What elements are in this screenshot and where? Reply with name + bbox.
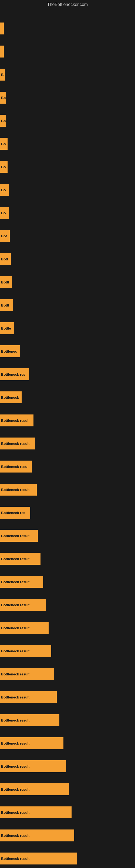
- bar-label-31: Bottleneck result: [1, 741, 30, 745]
- bar-row-2: B: [0, 64, 135, 86]
- bar-row-1: [0, 41, 135, 62]
- bar-label-8: Bo: [1, 211, 6, 215]
- bar-row-32: Bottleneck result: [0, 755, 135, 777]
- bar-row-30: Bottleneck result: [0, 709, 135, 731]
- bar-row-33: Bottleneck result: [0, 778, 135, 800]
- bar-11: Bottl: [0, 276, 12, 288]
- bar-31: Bottleneck result: [0, 737, 63, 749]
- bar-36: Bottleneck result: [0, 852, 77, 865]
- bar-30: Bottleneck result: [0, 714, 59, 726]
- bar-33: Bottleneck result: [0, 783, 69, 795]
- bar-row-15: Bottleneck res: [0, 364, 135, 385]
- bar-label-14: Bottlenec: [1, 349, 17, 353]
- bar-label-27: Bottleneck result: [1, 649, 30, 653]
- bar-label-10: Bott: [1, 257, 8, 261]
- bar-row-34: Bottleneck result: [0, 802, 135, 823]
- bar-label-33: Bottleneck result: [1, 787, 30, 792]
- bar-label-17: Bottleneck resul: [1, 418, 28, 423]
- bar-row-0: [0, 18, 135, 39]
- bar-2: B: [0, 69, 5, 81]
- bar-9: Bot: [0, 230, 10, 242]
- bar-row-3: Bo: [0, 87, 135, 108]
- bar-32: Bottleneck result: [0, 760, 66, 772]
- bar-35: Bottleneck result: [0, 830, 74, 841]
- bar-label-23: Bottleneck result: [1, 557, 30, 561]
- bar-5: Bo: [0, 138, 8, 150]
- bar-6: Bo: [0, 161, 8, 173]
- bar-19: Bottleneck resu: [0, 461, 32, 472]
- bar-label-4: Bo: [1, 119, 6, 123]
- bar-row-10: Bott: [0, 248, 135, 270]
- bar-label-12: Bottl: [1, 303, 9, 307]
- bar-label-5: Bo: [1, 142, 6, 146]
- bar-row-35: Bottleneck result: [0, 825, 135, 846]
- bar-row-28: Bottleneck result: [0, 663, 135, 685]
- bar-0: [0, 23, 4, 34]
- bar-label-28: Bottleneck result: [1, 672, 30, 676]
- bar-label-6: Bo: [1, 165, 6, 169]
- bar-17: Bottleneck resul: [0, 414, 34, 426]
- bar-3: Bo: [0, 92, 6, 104]
- bar-18: Bottleneck result: [0, 437, 35, 450]
- bar-label-30: Bottleneck result: [1, 718, 30, 722]
- bar-label-2: B: [1, 73, 3, 77]
- bar-row-9: Bot: [0, 225, 135, 247]
- bar-label-26: Bottleneck result: [1, 626, 30, 630]
- bar-row-25: Bottleneck result: [0, 594, 135, 616]
- bar-label-22: Bottleneck result: [1, 534, 30, 538]
- bar-label-35: Bottleneck result: [1, 834, 30, 838]
- bar-4: Bo: [0, 115, 6, 127]
- bar-row-20: Bottleneck result: [0, 479, 135, 500]
- bar-row-6: Bo: [0, 156, 135, 178]
- bar-row-23: Bottleneck result: [0, 548, 135, 569]
- bar-21: Bottleneck res: [0, 507, 30, 519]
- bar-row-26: Bottleneck result: [0, 617, 135, 639]
- bar-row-14: Bottlenec: [0, 340, 135, 362]
- bar-row-22: Bottleneck result: [0, 525, 135, 547]
- bar-27: Bottleneck result: [0, 645, 51, 657]
- site-title: TheBottlenecker.com: [47, 2, 88, 7]
- bar-22: Bottleneck result: [0, 530, 38, 542]
- bar-row-21: Bottleneck res: [0, 502, 135, 524]
- bar-row-8: Bo: [0, 202, 135, 224]
- bar-20: Bottleneck result: [0, 484, 37, 496]
- bar-14: Bottlenec: [0, 345, 20, 357]
- bar-row-24: Bottleneck result: [0, 571, 135, 593]
- bar-label-24: Bottleneck result: [1, 580, 30, 584]
- bar-16: Bottleneck: [0, 392, 21, 403]
- bar-row-18: Bottleneck result: [0, 433, 135, 454]
- bar-row-19: Bottleneck resu: [0, 456, 135, 477]
- bar-8: Bo: [0, 207, 9, 219]
- bar-label-21: Bottleneck res: [1, 511, 26, 515]
- bar-row-7: Bo: [0, 179, 135, 201]
- bar-row-17: Bottleneck resul: [0, 410, 135, 431]
- bar-label-9: Bot: [1, 234, 7, 238]
- bar-24: Bottleneck result: [0, 576, 43, 588]
- bar-label-29: Bottleneck result: [1, 695, 30, 699]
- bar-label-11: Bottl: [1, 280, 9, 284]
- bar-row-29: Bottleneck result: [0, 686, 135, 708]
- bar-row-11: Bottl: [0, 271, 135, 293]
- bar-34: Bottleneck result: [0, 806, 72, 818]
- bar-row-27: Bottleneck result: [0, 640, 135, 662]
- bar-label-16: Bottleneck: [1, 396, 19, 400]
- bar-label-7: Bo: [1, 188, 6, 192]
- bar-label-3: Bo: [1, 96, 6, 100]
- bar-row-16: Bottleneck: [0, 386, 135, 408]
- bar-15: Bottleneck res: [0, 368, 29, 380]
- bar-label-34: Bottleneck result: [1, 810, 30, 814]
- bar-label-25: Bottleneck result: [1, 603, 30, 607]
- bar-row-31: Bottleneck result: [0, 733, 135, 754]
- bar-26: Bottleneck result: [0, 622, 49, 634]
- bar-row-12: Bottl: [0, 294, 135, 316]
- bar-29: Bottleneck result: [0, 691, 57, 703]
- bar-row-36: Bottleneck result: [0, 848, 135, 868]
- bar-label-19: Bottleneck resu: [1, 465, 28, 469]
- bar-row-4: Bo: [0, 110, 135, 131]
- bar-label-15: Bottleneck res: [1, 372, 26, 376]
- bar-label-20: Bottleneck result: [1, 488, 30, 492]
- bar-25: Bottleneck result: [0, 599, 46, 611]
- bar-12: Bottl: [0, 299, 13, 311]
- bar-label-32: Bottleneck result: [1, 764, 30, 769]
- bar-row-13: Bottle: [0, 317, 135, 339]
